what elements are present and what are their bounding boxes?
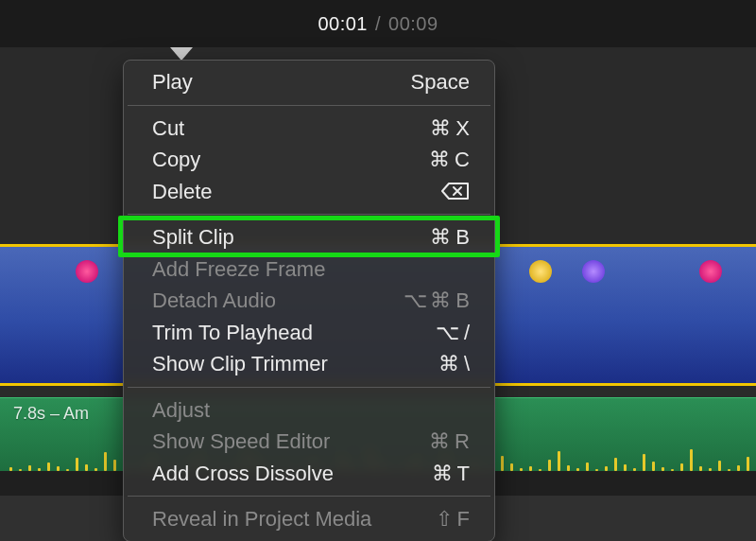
menu-item-label: Add Cross Dissolve — [152, 461, 334, 487]
menu-item-reveal-in-project-media: Reveal in Project Media⇧F — [124, 503, 494, 535]
clip-thumb-icon — [529, 260, 552, 283]
menu-item-split-clip[interactable]: Split Clip⌘B — [124, 221, 494, 253]
menu-separator — [128, 387, 490, 388]
menu-item-trim-to-playhead[interactable]: Trim To Playhead⌥/ — [124, 317, 494, 349]
menu-item-shortcut: ⌘X — [430, 115, 470, 142]
menu-item-shortcut: ⌥/ — [436, 320, 470, 346]
menu-item-cut[interactable]: Cut⌘X — [124, 113, 494, 145]
menu-item-label: Show Clip Trimmer — [152, 351, 328, 377]
menu-item-label: Adjust — [152, 397, 210, 424]
menu-item-label: Add Freeze Frame — [152, 256, 325, 283]
context-menu: PlaySpaceCut⌘XCopy⌘CDeleteSplit Clip⌘BAd… — [123, 60, 495, 541]
playhead-indicator-icon[interactable] — [170, 47, 193, 61]
time-current: 00:01 — [318, 13, 368, 35]
menu-item-add-cross-dissolve[interactable]: Add Cross Dissolve⌘T — [124, 458, 494, 490]
menu-item-label: Cut — [152, 115, 184, 142]
menu-item-label: Split Clip — [152, 224, 234, 251]
time-separator: / — [375, 13, 381, 35]
menu-item-shortcut: ⌘C — [429, 147, 470, 173]
menu-item-shortcut: ⇧F — [436, 506, 470, 532]
menu-separator — [128, 105, 490, 106]
time-total: 00:09 — [388, 13, 438, 35]
menu-item-label: Show Speed Editor — [152, 428, 330, 455]
audio-clip-label: 7.8s – Am — [13, 404, 89, 424]
menu-separator — [128, 214, 490, 215]
menu-item-label: Detach Audio — [152, 288, 276, 314]
menu-item-shortcut: ⌥⌘B — [404, 288, 470, 314]
clip-thumb-icon — [699, 260, 722, 283]
clip-thumb-icon — [582, 260, 605, 283]
menu-item-shortcut: ⌘T — [432, 461, 470, 487]
menu-item-label: Trim To Playhead — [152, 320, 313, 346]
menu-item-label: Reveal in Project Media — [152, 506, 371, 532]
menu-item-delete[interactable]: Delete — [124, 176, 494, 208]
menu-item-copy[interactable]: Copy⌘C — [124, 144, 494, 176]
menu-item-detach-audio: Detach Audio⌥⌘B — [124, 285, 494, 317]
clip-thumb-icon — [76, 260, 98, 283]
time-display: 00:01 / 00:09 — [0, 0, 756, 47]
menu-item-adjust: Adjust — [124, 394, 494, 427]
menu-separator — [128, 496, 490, 497]
menu-item-shortcut: ⌘R — [429, 428, 470, 455]
backspace-icon — [441, 182, 470, 201]
menu-item-label: Delete — [152, 179, 213, 205]
menu-item-shortcut: ⌘B — [430, 224, 470, 251]
menu-item-shortcut: Space — [411, 69, 470, 96]
menu-item-add-freeze-frame: Add Freeze Frame — [124, 253, 494, 286]
menu-item-label: Play — [152, 69, 193, 96]
menu-item-show-clip-trimmer[interactable]: Show Clip Trimmer⌘\ — [124, 348, 494, 380]
menu-item-shortcut: ⌘\ — [438, 351, 470, 377]
menu-item-show-speed-editor: Show Speed Editor⌘R — [124, 426, 494, 458]
menu-item-label: Copy — [152, 147, 200, 173]
menu-item-play[interactable]: PlaySpace — [124, 66, 494, 98]
